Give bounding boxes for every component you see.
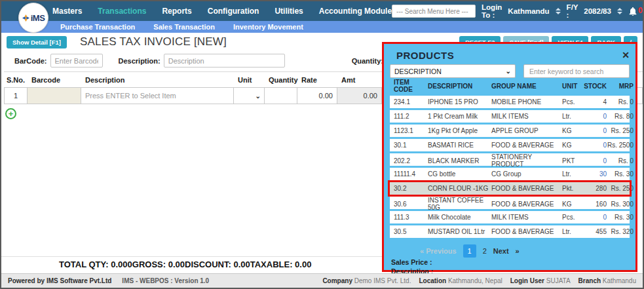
col-rate: Rate xyxy=(297,76,337,84)
product-row[interactable]: 111.3 Milk Chocolate MILK ITEMS Pcs. 0 R… xyxy=(390,211,630,223)
login-to-spinner-icon[interactable] xyxy=(556,8,561,14)
products-filter-row: DESCRIPTION ⌄ xyxy=(390,64,630,78)
pagination-page-2[interactable]: 2 xyxy=(483,247,487,255)
search-menu-input[interactable] xyxy=(392,5,476,18)
product-item-code: 30.1 xyxy=(394,142,428,149)
product-stock: 0 xyxy=(583,214,607,221)
col-unit: Unit xyxy=(234,76,265,84)
bell-icon xyxy=(628,7,637,16)
col-quantity: Quantity xyxy=(265,76,297,84)
product-item-code: 30.2 xyxy=(394,185,428,192)
menu-item[interactable]: Reports xyxy=(162,7,191,16)
product-unit: Ltr. xyxy=(562,113,583,120)
product-row[interactable]: 30.6 INSTANT COFFEE 50G FOOD & BAVERAGE … xyxy=(390,197,630,209)
menu-item[interactable]: Transactions xyxy=(98,7,146,16)
product-stock: 280 xyxy=(583,185,607,192)
fiscal-year-spinner-icon[interactable] xyxy=(617,8,622,14)
product-description: Milk Chocolate xyxy=(428,214,491,221)
col-mrp: MRP xyxy=(607,83,634,90)
page-title: SALES TAX INVOICE [NEW] xyxy=(80,35,227,48)
powered-by-text: Powered by IMS Software Pvt.Ltd xyxy=(8,277,111,284)
total-item: GROSS: 0.00 xyxy=(132,260,185,269)
product-group-name: FOOD & BAVERAGE xyxy=(491,142,562,149)
product-group-name: MOBILE PHONE xyxy=(491,98,562,106)
product-description: CORN FLOUR -1KG xyxy=(428,185,491,192)
footer-session-info: Company Demo IMS Pvt. Ltd. Location Kath… xyxy=(322,277,636,284)
product-item-code: 111.2 xyxy=(394,113,428,120)
login-to-value[interactable]: Kathmandu xyxy=(508,7,549,15)
show-detail-button[interactable]: Show Detail [F1] xyxy=(7,36,67,48)
col-description: Description xyxy=(81,76,234,84)
login-to-label: Login To : xyxy=(482,3,502,19)
product-group-name: FOOD & BAVERAGE xyxy=(491,201,562,208)
version-text: IMS - WEBPOS : Version 1.0 xyxy=(122,277,209,284)
fiscal-year-value[interactable]: 2082/83 xyxy=(584,7,611,15)
subnav-item[interactable]: Purchase Transaction xyxy=(60,23,135,31)
product-item-code: 30.6 xyxy=(394,201,428,208)
product-stock: 4 xyxy=(583,98,607,106)
product-stock: 0 xyxy=(583,157,607,164)
product-stock: 30 xyxy=(583,170,607,178)
sub-navbar: Purchase Transaction Sales Transaction I… xyxy=(1,21,643,33)
product-row[interactable]: 11111.4 CG bottle CG Group Ltr. 30 Rs. 3… xyxy=(390,168,630,180)
cell-unit-select[interactable]: ⌄ xyxy=(234,88,265,104)
col-amt: Amt xyxy=(337,76,382,84)
menu-item[interactable]: Utilities xyxy=(275,7,303,16)
pagination: « Previous 1 2 Next » xyxy=(420,244,630,258)
notification-count-badge: 0 xyxy=(638,7,643,14)
product-mrp: Rs. 300 xyxy=(607,201,634,208)
add-row-button[interactable]: + xyxy=(5,108,16,119)
item-select-input[interactable] xyxy=(81,88,233,104)
filter-field-select[interactable]: DESCRIPTION ⌄ xyxy=(390,64,516,78)
product-stock: 0 xyxy=(583,127,607,134)
product-row[interactable]: 1123.1 1Kg Pkt Of Apple APPLE GROUP KG 0… xyxy=(390,125,630,137)
product-group-name: FOOD & BAVERAGE xyxy=(491,228,562,235)
product-row[interactable]: 234.1 IPHONE 15 PRO MOBILE PHONE Pcs. 4 … xyxy=(390,96,630,108)
product-row[interactable]: 30.2 CORN FLOUR -1KG FOOD & BAVERAGE Pkt… xyxy=(390,182,630,195)
menu-item[interactable]: Configuration xyxy=(208,7,259,16)
product-mrp: Rs. 80 xyxy=(607,113,634,120)
col-barcode: Barcode xyxy=(28,76,81,84)
notifications-button[interactable]: 0 xyxy=(628,7,643,16)
pagination-next[interactable]: Next xyxy=(493,247,509,255)
col-sno: S.No. xyxy=(4,76,28,84)
main-content: Show Detail [F1] SALES TAX INVOICE [NEW]… xyxy=(1,33,643,272)
product-description: CG bottle xyxy=(428,170,491,178)
product-row[interactable]: 30.1 BASMATI RICE FOOD & BAVERAGE KG 0 R… xyxy=(390,139,630,151)
cell-rate[interactable]: 0.00 xyxy=(297,88,337,104)
product-mrp: Rs. 320 xyxy=(607,228,634,235)
pagination-page-1[interactable]: 1 xyxy=(463,244,476,258)
logo-text: iMS xyxy=(31,13,45,23)
product-stock: 0 xyxy=(583,113,607,120)
logo-pinwheel-icon xyxy=(22,14,29,22)
description-input[interactable] xyxy=(164,54,285,67)
app-window: Masters Transactions Reports Configurati… xyxy=(0,0,644,289)
menu-item[interactable]: Masters xyxy=(52,7,82,16)
sales-price-label: Sales Price : xyxy=(391,258,630,267)
products-popup: PRODUCTS ✕ DESCRIPTION ⌄ ITEM CODE DESCR… xyxy=(382,42,637,272)
cell-quantity[interactable] xyxy=(265,88,297,104)
product-row[interactable]: 30.5 MUSTARD OIL 1Ltr FOOD & BAVERAGE Lt… xyxy=(390,225,630,238)
subnav-item[interactable]: Inventory Movement xyxy=(233,23,303,31)
close-icon[interactable]: ✕ xyxy=(622,50,630,60)
app-logo[interactable]: iMS xyxy=(18,3,48,33)
product-row[interactable]: 202.2 BLACK MARKER STATIONERY PRODUCT PK… xyxy=(390,153,630,166)
menu-item[interactable]: Accounting Module xyxy=(319,7,392,16)
top-navbar: Masters Transactions Reports Configurati… xyxy=(1,1,643,21)
pagination-next-arrow-icon[interactable]: » xyxy=(516,247,520,255)
product-group-name: APPLE GROUP xyxy=(491,127,562,134)
subnav-item[interactable]: Sales Transaction xyxy=(153,23,215,31)
cell-barcode[interactable] xyxy=(28,88,81,104)
product-item-code: 11111.4 xyxy=(394,170,428,178)
pagination-previous[interactable]: « Previous xyxy=(420,247,457,255)
product-item-code: 111.3 xyxy=(394,214,428,221)
chevron-down-icon: ⌄ xyxy=(506,67,511,75)
product-mrp: Rs. 30 xyxy=(607,214,634,221)
total-item: TAXABLE: 0.00 xyxy=(250,260,312,269)
status-footer: Powered by IMS Software Pvt.Ltd IMS - WE… xyxy=(1,273,643,288)
barcode-input[interactable] xyxy=(50,54,103,67)
product-description: MUSTARD OIL 1Ltr xyxy=(428,228,491,235)
product-row[interactable]: 111.2 1 Pkt Cream Milk MILK ITEMS Ltr. 0… xyxy=(390,110,630,123)
product-search-input[interactable] xyxy=(523,64,630,78)
chevron-down-icon: ⌄ xyxy=(256,92,261,100)
